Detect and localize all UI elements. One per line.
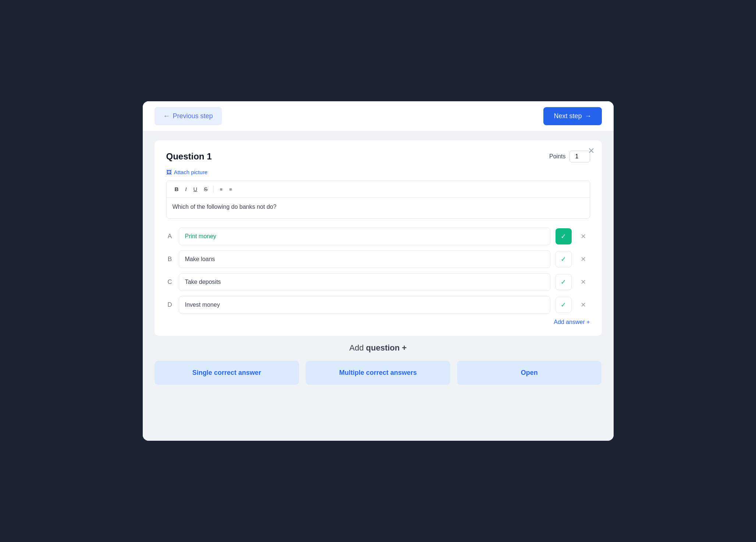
main-content: ✕ Question 1 Points 🖼 Attach picture B I… — [143, 131, 614, 441]
answer-row-d: D ✓ ✕ — [166, 296, 590, 314]
answer-row-c: C ✓ ✕ — [166, 273, 590, 291]
previous-step-label: Previous step — [173, 112, 213, 120]
answer-row-b: B ✓ ✕ — [166, 250, 590, 268]
italic-button[interactable]: I — [182, 184, 189, 194]
points-container: Points — [549, 151, 590, 162]
strikethrough-button[interactable]: S — [201, 184, 210, 194]
bold-button[interactable]: B — [172, 184, 182, 194]
multiple-correct-answers-button[interactable]: Multiple correct answers — [306, 361, 450, 385]
answer-input-a[interactable] — [179, 228, 550, 245]
correct-toggle-a[interactable]: ✓ — [556, 228, 572, 244]
question-text: Which of the following do banks not do? — [173, 204, 277, 210]
editor-toolbar: B I U S ≡ ≡ — [167, 181, 590, 198]
arrow-right-icon: → — [585, 112, 592, 120]
answer-letter-b: B — [166, 256, 174, 263]
points-label: Points — [549, 153, 565, 160]
add-answer-label: Add answer + — [554, 319, 590, 325]
correct-toggle-c[interactable]: ✓ — [556, 274, 572, 290]
single-correct-answer-button[interactable]: Single correct answer — [155, 361, 299, 385]
answer-input-wrap-d — [179, 296, 550, 314]
answer-input-c[interactable] — [179, 273, 550, 291]
text-editor: B I U S ≡ ≡ Which of the following do ba… — [166, 180, 590, 219]
answer-input-wrap-c — [179, 273, 550, 291]
question-title: Question 1 — [166, 151, 212, 162]
question-card: ✕ Question 1 Points 🖼 Attach picture B I… — [155, 140, 602, 336]
answer-row-a: A ✓ ✕ — [166, 228, 590, 245]
answer-letter-d: D — [166, 301, 174, 309]
toolbar-divider — [213, 186, 214, 193]
add-answer-button[interactable]: Add answer + — [554, 319, 590, 325]
next-step-label: Next step — [554, 112, 582, 120]
top-bar: ← Previous step Next step → — [143, 101, 614, 131]
question-type-buttons: Single correct answer Multiple correct a… — [155, 361, 602, 385]
attach-picture-button[interactable]: 🖼 Attach picture — [166, 169, 590, 175]
attach-picture-label: Attach picture — [174, 169, 208, 175]
answer-input-d[interactable] — [179, 296, 550, 314]
question-text-area[interactable]: Which of the following do banks not do? — [167, 198, 590, 218]
delete-answer-d[interactable]: ✕ — [577, 298, 590, 312]
points-input[interactable] — [569, 151, 590, 162]
image-icon: 🖼 — [166, 169, 172, 175]
answers-list: A ✓ ✕ B ✓ ✕ C — [166, 228, 590, 314]
add-question-section: Add question + Single correct answer Mul… — [155, 343, 602, 385]
close-button[interactable]: ✕ — [588, 146, 594, 156]
answer-input-b[interactable] — [179, 250, 550, 268]
answer-letter-a: A — [166, 233, 174, 240]
correct-toggle-d[interactable]: ✓ — [556, 297, 572, 313]
previous-step-button[interactable]: ← Previous step — [155, 107, 222, 125]
delete-answer-a[interactable]: ✕ — [577, 230, 590, 243]
underline-button[interactable]: U — [191, 184, 200, 194]
ordered-list-button[interactable]: ≡ — [217, 184, 226, 194]
next-step-button[interactable]: Next step → — [543, 107, 601, 125]
add-answer-row: Add answer + — [166, 319, 590, 325]
open-button[interactable]: Open — [457, 361, 601, 385]
answer-input-wrap-b — [179, 250, 550, 268]
unordered-list-button[interactable]: ≡ — [226, 184, 235, 194]
correct-toggle-b[interactable]: ✓ — [556, 251, 572, 267]
main-window: ← Previous step Next step → ✕ Question 1… — [143, 101, 614, 441]
question-header: Question 1 Points — [166, 151, 590, 162]
delete-answer-c[interactable]: ✕ — [577, 275, 590, 289]
arrow-left-icon: ← — [163, 112, 170, 120]
add-question-title: Add question + — [155, 343, 602, 353]
answer-letter-c: C — [166, 278, 174, 286]
delete-answer-b[interactable]: ✕ — [577, 253, 590, 266]
answer-input-wrap-a — [179, 228, 550, 245]
